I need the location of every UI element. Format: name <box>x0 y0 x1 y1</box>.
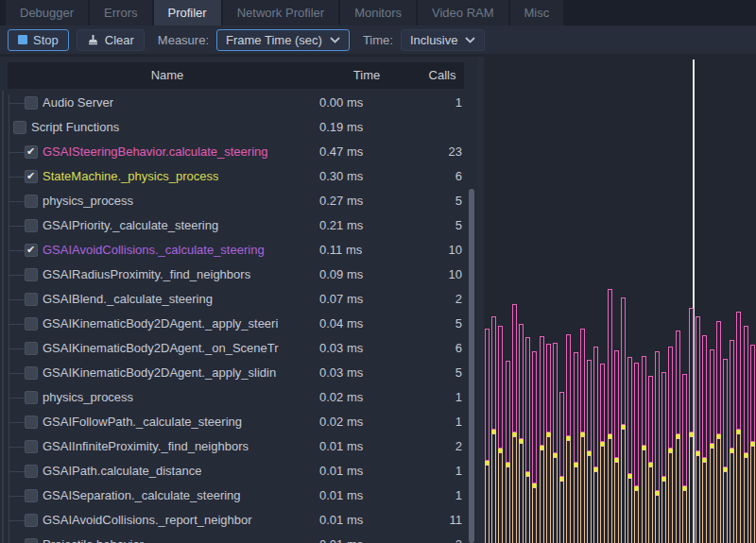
table-row[interactable]: GSAISteeringBehavior.calculate_steering … <box>0 140 469 164</box>
column-header-calls[interactable]: Calls <box>406 62 477 89</box>
table-row[interactable]: Script Functions 0.19 ms <box>0 115 469 140</box>
tab-label: Errors <box>104 6 137 20</box>
table-row[interactable]: physics_process 0.27 ms 5 <box>0 189 469 213</box>
tab-misc[interactable]: Misc <box>510 0 564 25</box>
row-checkbox[interactable] <box>25 219 38 232</box>
row-calls: 2 <box>416 537 462 543</box>
graph-bar-salmon <box>532 487 537 543</box>
profiler-toolbar: Stop Clear Measure: Frame Time (sec) Tim… <box>0 25 756 57</box>
row-checkbox[interactable] <box>25 489 38 502</box>
tree-connector-line <box>9 398 25 399</box>
stop-icon <box>18 35 27 44</box>
table-row[interactable]: GSAIInfiniteProximity._find_neighbors 0.… <box>0 434 469 459</box>
row-checkbox[interactable] <box>13 121 26 134</box>
graph-bar-salmon <box>668 452 673 543</box>
graph-bar-salmon <box>506 467 510 543</box>
clear-brush-icon <box>87 34 99 46</box>
row-checkbox[interactable] <box>25 391 38 404</box>
row-checkbox[interactable] <box>25 416 38 429</box>
graph-bar-salmon <box>614 462 619 543</box>
row-name: GSAIKinematicBody2DAgent._on_SceneTr <box>43 341 279 355</box>
row-checkbox[interactable] <box>25 145 38 159</box>
row-calls: 1 <box>416 95 462 110</box>
graph-bar-salmon <box>682 490 687 543</box>
graph-bar-pink <box>540 336 544 446</box>
row-checkbox[interactable] <box>25 317 38 331</box>
graph-bar-pink <box>621 297 626 425</box>
time-dropdown-value: Inclusive <box>410 33 458 47</box>
row-checkbox[interactable] <box>25 538 38 543</box>
table-row[interactable]: Audio Server 0.00 ms 1 <box>0 91 469 115</box>
graph-bar-pink <box>587 360 592 451</box>
table-row[interactable]: GSAIFollowPath._calculate_steering 0.02 … <box>0 410 469 434</box>
table-row[interactable]: GSAIPath.calculate_distance 0.01 ms 1 <box>0 459 469 484</box>
graph-bar-pink <box>600 364 605 442</box>
table-row[interactable]: StateMachine._physics_process 0.30 ms 6 <box>0 164 469 189</box>
row-time: 0.02 ms <box>319 415 386 429</box>
measure-dropdown[interactable]: Frame Time (sec) <box>216 29 350 51</box>
table-row[interactable]: GSAISeparation._calculate_steering 0.01 … <box>0 484 469 508</box>
graph-bar-pink <box>525 337 530 472</box>
tab-label: Debugger <box>20 6 74 20</box>
table-row[interactable]: GSAIKinematicBody2DAgent._apply_slidin 0… <box>0 361 469 385</box>
table-row[interactable]: GSAIKinematicBody2DAgent._on_SceneTr 0.0… <box>0 336 469 361</box>
graph-bar-pink <box>566 334 571 436</box>
table-row[interactable]: GSAIAvoidCollisions._report_neighbor 0.0… <box>0 508 469 533</box>
table-row[interactable]: physics_process 0.02 ms 1 <box>0 385 469 410</box>
tab-errors[interactable]: Errors <box>90 0 151 25</box>
tree-connector-line <box>9 520 25 521</box>
row-checkbox[interactable] <box>25 96 38 110</box>
row-checkbox[interactable] <box>25 268 38 281</box>
row-time: 0.19 ms <box>319 120 386 134</box>
tree-connector-line <box>9 177 25 178</box>
table-header: Name Time Calls <box>8 62 464 89</box>
graph-bar-salmon <box>546 436 551 543</box>
graph-bar-pink <box>736 312 741 430</box>
row-checkbox[interactable] <box>25 342 38 355</box>
graph-bar-pink <box>512 304 517 433</box>
graph-bar-pink <box>506 361 510 463</box>
row-checkbox[interactable] <box>25 244 38 257</box>
graph-bar-pink <box>553 343 558 453</box>
table-scrollbar[interactable] <box>469 189 474 543</box>
column-header-time[interactable]: Time <box>327 62 406 89</box>
table-row[interactable]: GSAIAvoidCollisions._calculate_steering … <box>0 238 469 263</box>
row-calls: 2 <box>416 439 462 453</box>
table-row[interactable]: GSAIBlend._calculate_steering 0.07 ms 2 <box>0 287 469 312</box>
row-name: GSAIAvoidCollisions._calculate_steering <box>43 243 265 257</box>
row-name: GSAIPriority._calculate_steering <box>43 218 218 232</box>
row-time: 0.11 ms <box>319 243 386 257</box>
row-name: GSAIFollowPath._calculate_steering <box>43 415 242 429</box>
graph-bar-pink <box>491 316 496 430</box>
tab-label: Video RAM <box>432 6 494 20</box>
row-checkbox[interactable] <box>25 366 38 380</box>
tab-video-ram[interactable]: Video RAM <box>418 0 508 25</box>
column-header-name[interactable]: Name <box>8 62 327 89</box>
graph-bar-salmon <box>600 446 605 543</box>
tab-profiler[interactable]: Profiler <box>154 0 221 25</box>
tab-monitors[interactable]: Monitors <box>340 0 416 25</box>
row-name: physics_process <box>43 390 133 404</box>
tab-debugger[interactable]: Debugger <box>6 0 88 25</box>
tree-connector-line <box>9 496 25 497</box>
graph-bar-salmon <box>525 476 530 543</box>
clear-button[interactable]: Clear <box>77 29 145 51</box>
row-checkbox[interactable] <box>25 293 38 306</box>
row-checkbox[interactable] <box>25 514 38 527</box>
row-checkbox[interactable] <box>25 440 38 453</box>
row-checkbox[interactable] <box>25 465 38 478</box>
table-row[interactable]: GSAIRadiusProximity._find_neighbors 0.09… <box>0 263 469 287</box>
table-row[interactable]: Projectile.behavior 0.01 ms 2 <box>0 533 469 543</box>
row-name: GSAIKinematicBody2DAgent._apply_slidin <box>43 365 276 380</box>
row-checkbox[interactable] <box>25 170 38 183</box>
row-time: 0.00 ms <box>319 95 386 110</box>
row-checkbox[interactable] <box>25 195 38 208</box>
table-row[interactable]: GSAIKinematicBody2DAgent._apply_steeri 0… <box>0 312 469 336</box>
graph-bar-pink <box>593 347 598 467</box>
tab-network-profiler[interactable]: Network Profiler <box>223 0 338 25</box>
row-calls: 6 <box>416 169 462 183</box>
table-row[interactable]: GSAIPriority._calculate_steering 0.21 ms… <box>0 213 469 238</box>
profiler-graph[interactable] <box>484 57 756 543</box>
time-dropdown[interactable]: Inclusive <box>401 29 486 51</box>
stop-button[interactable]: Stop <box>8 29 69 51</box>
